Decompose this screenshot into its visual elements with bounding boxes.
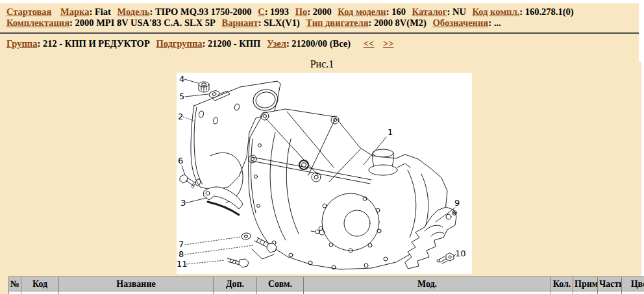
washer-7-shape xyxy=(241,232,251,240)
equipment-link[interactable]: Комплектация xyxy=(6,18,69,28)
catalog-page: Стартовая МаркаFiat МодельTIPO MQ.93 175… xyxy=(0,3,641,294)
brand-value: Fiat xyxy=(89,6,110,17)
field-catalog: КаталогNU xyxy=(412,6,466,17)
nav-bar: Группа212 - КПП И РЕДУКТОР Подгруппа2120… xyxy=(6,38,641,49)
year-from-value: 1993 xyxy=(265,6,289,17)
callout-6: 6 xyxy=(178,156,183,165)
bolt-11-shape xyxy=(227,258,249,267)
year-to-link[interactable]: По xyxy=(295,6,308,17)
table-cell-empty xyxy=(598,291,622,294)
table-cell-empty xyxy=(214,291,257,294)
col-header-note: Прим. xyxy=(573,277,598,291)
year-from-link[interactable]: С xyxy=(258,6,264,17)
model-value: TIPO MQ.93 1750-2000 xyxy=(149,6,251,17)
callout-8: 8 xyxy=(179,249,184,259)
equipment-value: 2000 MPI 8V USA'83 C.A. SLX 5P xyxy=(69,18,216,28)
field-unit: Узел21200/00 (Все) xyxy=(267,38,351,49)
field-designations: Обозначения... xyxy=(433,18,501,28)
parts-table: № Код Название Доп. Совм. Мод. Кол. Прим… xyxy=(8,276,644,294)
next-page-link[interactable]: >> xyxy=(383,38,394,49)
engine-type-value: 2000 8V(M2) xyxy=(369,18,427,28)
variant-link[interactable]: Вариант xyxy=(222,18,258,28)
nut-4-shape xyxy=(199,82,209,92)
callout-9: 9 xyxy=(454,198,460,208)
callout-1: 1 xyxy=(388,127,393,137)
catalog-value: NU xyxy=(447,6,465,17)
year-to-value: 2000 xyxy=(307,6,331,17)
table-cell-empty xyxy=(21,291,59,294)
designations-value: ... xyxy=(488,18,501,28)
callout-7: 7 xyxy=(179,239,184,249)
home-link[interactable]: Стартовая xyxy=(6,6,51,17)
col-header-extra: Доп. xyxy=(214,277,257,291)
field-subgroup: Подгруппа21200 - КПП xyxy=(156,38,260,49)
col-header-compat: Совм. xyxy=(257,277,304,291)
callout-11: 11 xyxy=(177,259,188,269)
callout-4: 4 xyxy=(179,74,184,84)
figure-image[interactable]: 1 2 3 4 5 6 7 8 9 10 11 xyxy=(177,73,472,274)
field-brand: МаркаFiat xyxy=(60,6,111,17)
unit-link[interactable]: Узел xyxy=(267,38,286,49)
table-cell-empty xyxy=(622,291,644,294)
table-cell-empty xyxy=(573,291,598,294)
col-header-number: № xyxy=(9,277,21,291)
bolt-6-shape xyxy=(180,175,195,188)
table-cell-empty xyxy=(304,291,551,294)
group-value: 212 - КПП И РЕДУКТОР xyxy=(37,38,149,49)
field-variant: ВариантSLX(V1) xyxy=(222,18,300,28)
equip-code-link[interactable]: Код компл. xyxy=(472,6,519,17)
field-equip-code: Код компл.160.278.1(0) xyxy=(472,6,573,17)
model-code-value: 160 xyxy=(386,6,406,17)
figure-caption: Рис.1 xyxy=(6,58,638,70)
prev-page-link[interactable]: << xyxy=(364,38,375,49)
field-equipment: Комплектация2000 MPI 8V USA'83 C.A. SLX … xyxy=(6,18,216,28)
gearbox-diagram: 1 2 3 4 5 6 7 8 9 10 11 xyxy=(177,73,472,274)
col-header-parts: Части xyxy=(598,277,622,291)
unit-value: 21200/00 (Все) xyxy=(286,38,351,49)
table-cell-empty xyxy=(257,291,304,294)
model-code-link[interactable]: Код модели xyxy=(338,6,386,17)
subgroup-value: 21200 - КПП xyxy=(203,38,261,49)
table-row xyxy=(9,291,644,294)
group-link[interactable]: Группа xyxy=(6,38,37,49)
header-divider xyxy=(0,32,641,34)
variant-value: SLX(V1) xyxy=(258,18,300,28)
callout-5: 5 xyxy=(179,92,184,101)
callout-3: 3 xyxy=(180,198,186,208)
table-cell-empty xyxy=(59,291,214,294)
callout-2: 2 xyxy=(178,112,183,121)
field-model: МодельTIPO MQ.93 1750-2000 xyxy=(118,6,252,17)
field-model-code: Код модели160 xyxy=(338,6,406,17)
engine-type-link[interactable]: Тип двигателя xyxy=(306,18,368,28)
table-cell-empty xyxy=(551,291,573,294)
equip-code-value: 160.278.1(0) xyxy=(519,6,573,17)
field-year-from: С1993 xyxy=(258,6,289,17)
catalog-link[interactable]: Каталог xyxy=(412,6,447,17)
field-group: Группа212 - КПП И РЕДУКТОР xyxy=(6,38,150,49)
table-cell-empty xyxy=(9,291,21,294)
col-header-mod: Мод. xyxy=(304,277,551,291)
field-year-to: По2000 xyxy=(295,6,332,17)
table-header-row: № Код Название Доп. Совм. Мод. Кол. Прим… xyxy=(9,277,644,291)
subgroup-link[interactable]: Подгруппа xyxy=(156,38,202,49)
model-link[interactable]: Модель xyxy=(118,6,150,17)
field-engine-type: Тип двигателя2000 8V(M2) xyxy=(306,18,427,28)
col-header-qty: Кол. xyxy=(551,277,573,291)
header-bar: Стартовая МаркаFiat МодельTIPO MQ.93 175… xyxy=(6,6,641,29)
col-header-code: Код xyxy=(21,277,59,291)
col-header-color: Цвет xyxy=(622,277,644,291)
plug-10-shape xyxy=(446,253,454,261)
right-white-strip xyxy=(639,3,641,62)
designations-link[interactable]: Обозначения xyxy=(433,18,489,28)
brand-link[interactable]: Марка xyxy=(60,6,89,17)
col-header-name: Название xyxy=(59,277,214,291)
callout-10: 10 xyxy=(455,249,466,258)
